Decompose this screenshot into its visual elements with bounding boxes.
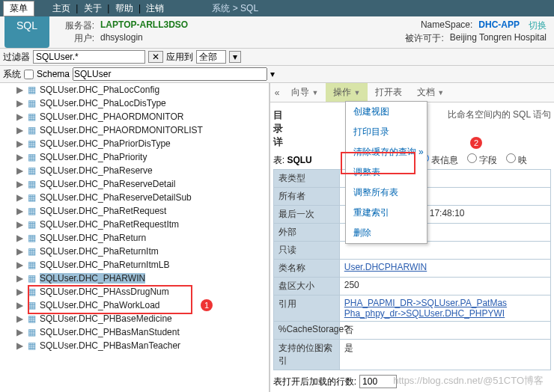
row-last-k: 最后一次 [274,206,340,223]
table-icon: ▦ [28,85,36,95]
tree-item[interactable]: ▶▦SQLUser.DHC_PhaReserveDetail [0,177,269,191]
tree-expand-icon[interactable]: ▶ [16,300,23,310]
foot-input[interactable] [359,375,397,388]
table-icon: ▦ [28,138,36,149]
radio-field[interactable]: 字段 [467,155,497,165]
ns-value: DHC-APP [478,19,520,32]
foot-label: 表打开后加载的行数: [273,376,356,388]
tree-expand-icon[interactable]: ▶ [16,233,23,243]
menu-item[interactable]: 删除 [346,223,427,243]
row-cls-v: User.DHCPHARWIN [340,260,550,277]
tab-action[interactable]: 操作▼ [326,83,368,102]
menu-item[interactable]: 调整表 [346,162,427,183]
row-ro-k: 只读 [274,242,340,259]
table-icon: ▦ [28,152,36,162]
table-icon: ▦ [28,165,36,176]
tree-item[interactable]: ▶▦SQLUser.DHC_PhaReturnItm [0,245,269,258]
row-type-k: 表类型 [274,170,340,187]
menu-item[interactable]: 重建索引 [346,203,427,223]
link-logout[interactable]: 注销 [146,3,164,13]
tab-doc[interactable]: 文档▼ [410,83,451,102]
menu-item[interactable]: 调整所有表 [346,183,427,203]
table-label: 表: [273,155,284,165]
scope-input[interactable] [196,50,226,64]
tree-item[interactable]: ▶▦SQLUser.DHC_PHARWIN [0,272,269,285]
menu-item[interactable]: 打印目录 [346,122,427,142]
tree-expand-icon[interactable]: ▶ [16,219,23,230]
tree-item[interactable]: ▶▦SQLUser.DHC_PhaReturnItmLB [0,258,269,272]
link-home[interactable]: 主页 [52,3,70,13]
tab-guide[interactable]: 向导▼ [284,83,326,102]
tree-expand-icon[interactable]: ▶ [16,192,23,203]
table-name: SQLU [287,155,311,165]
tree-expand-icon[interactable]: ▶ [16,179,23,189]
ns-label: NameSpace: [421,19,472,32]
schema-tree[interactable]: ▶▦SQLUser.DHC_PhaLocConfig▶▦SQLUser.DHC_… [0,83,270,392]
page-title: SQL [4,16,49,48]
row-bmp-v: 是 [340,340,550,370]
tree-item[interactable]: ▶▦SQLUser.DHC_PhaReserveDetailSub [0,191,269,204]
tree-expand-icon[interactable]: ▶ [16,260,23,270]
tree-item[interactable]: ▶▦SQLUser.DHC_PHBasManTeacher [0,339,269,352]
tree-expand-icon[interactable]: ▶ [16,327,23,337]
tree-expand-icon[interactable]: ▶ [16,273,23,284]
menu-button[interactable]: 菜单 [3,1,34,16]
tree-item[interactable]: ▶▦SQLUser.DHC_PHAssDrugNum [0,285,269,298]
tree-item[interactable]: ▶▦SQLUser.DHC_PHBaseMedicine [0,312,269,325]
table-icon: ▦ [28,260,36,270]
tree-item[interactable]: ▶▦SQLUser.DHC_PhaReserve [0,164,269,177]
tree-item[interactable]: ▶▦SQLUser.DHC_PhaRetRequest [0,204,269,218]
tree-item[interactable]: ▶▦SQLUser.DHC_PhaPriorDisType [0,137,269,150]
server-value: LAPTOP-ARLL3DSO [100,19,188,32]
tree-item[interactable]: ▶▦SQLUser.DHC_PhaReturn [0,231,269,245]
row-ext2-k: 盘区大小 [274,278,340,295]
tree-expand-icon[interactable]: ▶ [16,98,23,108]
row-ext-k: 外部 [274,224,340,241]
tree-item[interactable]: ▶▦SQLUser.DHC_PhaLocDisType [0,97,269,110]
row-cs-k: %CacheStorage? [274,322,340,339]
detail-heading: 目录详 [273,107,283,150]
sys-checkbox[interactable] [24,70,34,79]
tree-expand-icon[interactable]: ▶ [16,340,23,351]
tree-item[interactable]: ▶▦SQLUser.DHC_PhaLocConfig [0,83,269,97]
tree-expand-icon[interactable]: ▶ [16,152,23,162]
table-icon: ▦ [28,273,36,284]
tree-expand-icon[interactable]: ▶ [16,111,23,122]
tree-item[interactable]: ▶▦SQLUser.DHC_PHBasManStudent [0,325,269,339]
schema-dropdown-button[interactable]: ▾ [270,69,275,79]
tree-expand-icon[interactable]: ▶ [16,206,23,216]
row-bmp-k: 支持的位图索引 [274,340,340,370]
menu-item[interactable]: 清除缓存的查询 » [346,142,427,162]
table-icon: ▦ [28,98,36,108]
chevron-left-icon[interactable]: « [270,85,284,101]
tab-open-table[interactable]: 打开表 [368,83,410,102]
table-icon: ▦ [28,287,36,297]
filter-clear-button[interactable]: ✕ [148,51,163,63]
table-icon: ▦ [28,206,36,216]
user-label: 用户: [57,32,94,45]
tree-item[interactable]: ▶▦SQLUser.DHC_PhaPriority [0,150,269,164]
tree-expand-icon[interactable]: ▶ [16,138,23,149]
schema-input[interactable] [73,67,267,81]
filter-input[interactable] [33,50,145,64]
tree-expand-icon[interactable]: ▶ [16,85,23,95]
tree-expand-icon[interactable]: ▶ [16,246,23,257]
ns-switch-link[interactable]: 切换 [529,19,547,32]
tree-expand-icon[interactable]: ▶ [16,165,23,176]
table-icon: ▦ [28,125,36,135]
radio-map[interactable]: 映 [506,155,527,165]
tree-expand-icon[interactable]: ▶ [16,125,23,135]
tree-item[interactable]: ▶▦SQLUser.DHC_PHAORDMONITORLIST [0,123,269,137]
link-about[interactable]: 关于 [84,3,102,13]
tree-item[interactable]: ▶▦SQLUser.DHC_PhaRetRequestItm [0,218,269,231]
tree-expand-icon[interactable]: ▶ [16,287,23,297]
link-help[interactable]: 帮助 [115,3,133,13]
tree-item[interactable]: ▶▦SQLUser.DHC_PHAORDMONITOR [0,110,269,123]
row-owner-k: 所有者 [274,188,340,205]
scope-dropdown-button[interactable]: ▾ [229,51,241,63]
tree-item[interactable]: ▶▦SQLUser.DHC_PhaWorkLoad [0,298,269,312]
table-icon: ▦ [28,246,36,257]
menu-item[interactable]: 创建视图 [346,102,427,122]
tree-expand-icon[interactable]: ▶ [16,313,23,324]
server-label: 服务器: [57,19,94,32]
